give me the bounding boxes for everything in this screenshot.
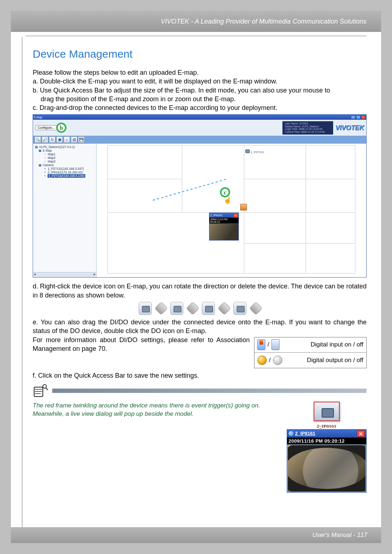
left-rule — [22, 37, 23, 529]
tree-camera-folder[interactable]: ▣ Camera — [34, 163, 95, 167]
intro-text: Please follow the steps below to edit an… — [33, 68, 367, 77]
di-off-icon — [271, 339, 279, 350]
app-top-row: Configure... User Name: ST2403 Station N… — [33, 120, 366, 136]
tree-emap-label: E-Map — [42, 149, 52, 152]
tree-cam1-label: 1_PZ7131(192.168.3.247) — [48, 167, 83, 171]
tree-map3-label: Map3 — [48, 160, 55, 163]
step-f: f. Click on the Quick Access Bar to save… — [33, 371, 367, 380]
camera-facing-dl-icon — [154, 302, 168, 315]
triggered-device-icon — [314, 402, 340, 421]
session-info: User Name: ST2403 Station Name: VLPS_Sta… — [282, 121, 333, 135]
camera-facing-left-icon — [170, 302, 183, 315]
header-tagline: VIVOTEK - A Leading Provider of Multimed… — [11, 11, 381, 32]
map-canvas[interactable]: 1_PZ7131 ☝ c 2_IP8161 × — [97, 144, 366, 277]
step-d: d. Right-click the device icon on E-map,… — [33, 282, 367, 300]
vivotek-logo: VIVOTEK — [335, 124, 364, 132]
camera-facing-up-icon — [202, 302, 215, 315]
tree-map1-label: Map1 — [48, 152, 55, 156]
refresh-icon[interactable]: ↻ — [49, 136, 56, 143]
live-view-dialog: 2_IP8161 ✕ 2009/11/16 PM 05:20:12 — [287, 429, 367, 493]
app-body: ▦ VLPS_Station1(127.0.0.1) ▣ E-Map ▫ Map… — [33, 144, 366, 277]
app-title: E-Map — [34, 116, 42, 119]
slash-2: / — [269, 357, 271, 364]
manual-page: VIVOTEK - A Leading Provider of Multimed… — [11, 11, 381, 543]
svg-rect-0 — [34, 387, 43, 397]
home-icon[interactable]: ⌂ — [64, 136, 70, 143]
popup-timestamp: 2009/11/16 PM 05:20:12 — [209, 218, 238, 223]
tree-map2[interactable]: ▫ Map2 — [34, 156, 95, 160]
session-user: User Name: ST2403 — [285, 122, 331, 125]
popup-close-icon[interactable]: × — [234, 214, 238, 217]
popup-live-image — [209, 223, 238, 240]
do-off-icon — [273, 356, 282, 365]
di-on-icon — [257, 339, 265, 350]
svg-point-1 — [43, 385, 46, 388]
tree-emap-folder[interactable]: ▣ E-Map — [34, 149, 95, 152]
dido-legend: / Digital input on / off / Digital outpu… — [254, 337, 367, 368]
window-controls — [351, 115, 366, 119]
session-current: Current Time: 2009-11-16 17:13:58 — [285, 131, 331, 134]
tree-cam1[interactable]: • 1_PZ7131(192.168.3.247) — [34, 167, 95, 171]
dialog-timestamp: 2009/11/16 PM 05:20:12 — [287, 438, 366, 444]
note-divider — [33, 383, 367, 398]
tree-root[interactable]: ▦ VLPS_Station1(127.0.0.1) — [34, 145, 95, 149]
zoom-out-icon[interactable]: 🔎 — [42, 136, 48, 143]
session-login: Login Time: 2009-11-16 13:42:54 — [285, 128, 331, 131]
tree-cam3-label: 3_PZ7132(192.168.5.135) — [48, 174, 85, 178]
tree-map1[interactable]: ▫ Map1 — [34, 152, 95, 156]
footer-page-number: 117 — [357, 532, 367, 538]
tree-cam2-label: 2_IP8161(172.16.200.42) — [48, 171, 82, 174]
map-camera-marker[interactable]: 1_PZ7131 — [245, 149, 264, 154]
floorplan-image — [107, 145, 355, 274]
emap-app-window: E-Map Configure... User Name: ST2403 Sta… — [33, 114, 367, 278]
step-b: b. Use Quick Access Bar to adjust the si… — [33, 86, 367, 95]
drag-hand-icon: ☝ — [224, 196, 232, 204]
step-e: e. You can also drag the DI/DO device un… — [33, 318, 367, 336]
map-camera-label: 1_PZ7131 — [250, 151, 264, 154]
page-title: Device Management — [33, 48, 367, 60]
note-icon — [33, 383, 49, 398]
folder-icon[interactable]: ▥ — [71, 136, 77, 143]
tree-root-label: VLPS_Station1(127.0.0.1) — [39, 145, 75, 149]
rotation-icons-row — [33, 302, 367, 315]
event-trigger-figure: 2_IP8161 2_IP8161 ✕ 2009/11/16 PM 05:20:… — [287, 402, 367, 493]
step-c: c. Drag-and-drop the connected devices t… — [33, 103, 367, 112]
maximize-icon[interactable] — [356, 115, 360, 119]
dialog-icon — [289, 431, 294, 436]
tree-scrollbar[interactable]: ◄► — [33, 272, 96, 277]
camera-facing-right-icon — [233, 302, 246, 315]
close-icon[interactable] — [361, 115, 366, 119]
configure-button[interactable]: Configure... — [35, 125, 57, 130]
di-label: Digital input on / off — [311, 341, 363, 348]
camera-facing-ur-icon — [217, 302, 231, 315]
tree-cam3[interactable]: • 3_PZ7132(192.168.5.135) — [34, 174, 95, 178]
dialog-title: 2_IP8161 — [295, 431, 315, 436]
popup-title: 2_IP8161 — [210, 214, 222, 217]
device-icon[interactable] — [240, 204, 247, 210]
triggered-device-label: 2_IP8161 — [287, 423, 367, 429]
tree-panel: ▦ VLPS_Station1(127.0.0.1) ▣ E-Map ▫ Map… — [33, 144, 97, 277]
step-a: a. Double-click the E-map you want to ed… — [33, 77, 367, 86]
footer-label: User's Manual - — [312, 532, 357, 538]
slash-1: / — [268, 341, 269, 348]
dialog-close-icon[interactable]: ✕ — [357, 430, 365, 437]
camera-facing-dr-icon — [249, 302, 262, 315]
zoom-in-icon[interactable]: 🔍 — [34, 136, 41, 143]
save-icon[interactable]: 💾 — [78, 136, 85, 143]
do-label: Digital output on / off — [307, 357, 363, 364]
do-on-icon — [257, 356, 267, 365]
session-station: Station Name: VLPS_Station1 — [285, 125, 331, 128]
camera-facing-down-icon — [139, 302, 152, 315]
tree-map2-label: Map2 — [48, 156, 55, 160]
tree-map3[interactable]: ▫ Map3 — [34, 160, 95, 163]
minimize-icon[interactable] — [351, 115, 355, 119]
quick-access-bar: 🔍 🔎 ↻ ▣ ⌂ ▥ 💾 — [33, 136, 366, 144]
tree-cam2[interactable]: • 2_IP8161(172.16.200.42) — [34, 171, 95, 174]
live-view-popup: 2_IP8161 × 2009/11/16 PM 05:20:12 — [209, 213, 239, 241]
footer-band: User's Manual - 117 — [11, 527, 381, 543]
app-titlebar: E-Map — [33, 115, 366, 120]
tree-camera-label: Camera — [42, 163, 53, 167]
step-b-cont: drag the position of the E-map and zoom … — [33, 95, 367, 103]
fit-icon[interactable]: ▣ — [56, 136, 63, 143]
content-area: Device Management Please follow the step… — [11, 37, 381, 418]
